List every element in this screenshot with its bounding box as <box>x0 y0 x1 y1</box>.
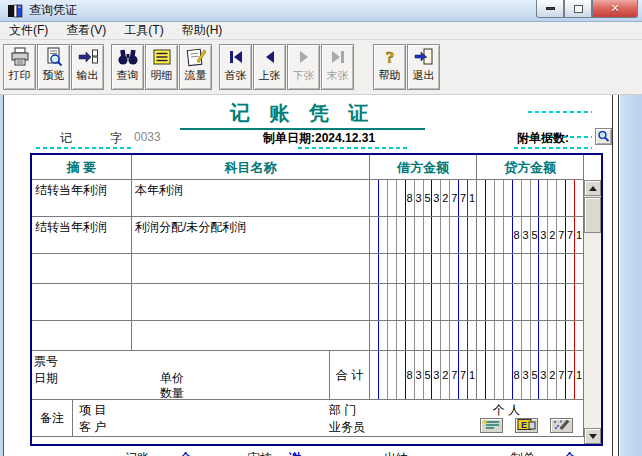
toolbar-button-帮助[interactable]: ?帮助 <box>373 44 406 90</box>
ledger-digit-cell <box>432 321 441 350</box>
ledger-digit-cell: 7 <box>557 351 566 399</box>
ledger-digit-cell <box>370 254 379 283</box>
ledger-digit-cell <box>575 180 583 216</box>
ledger-digit-cell <box>513 284 522 320</box>
close-icon: ✕ <box>610 2 619 15</box>
row-summary <box>32 254 132 284</box>
ledger-digit-cell <box>379 284 388 320</box>
amount-ledger-cell: 83532771 <box>477 351 584 400</box>
ledger-digit-cell <box>566 321 575 350</box>
ledger-digit-cell <box>477 254 486 283</box>
toolbar-button-label: 下张 <box>293 69 315 82</box>
amount-ledger-cell <box>370 284 477 321</box>
attach-count-label: 附单据数: <box>517 130 569 147</box>
scroll-down-button[interactable] <box>584 428 601 444</box>
ledger-digit-cell <box>486 217 495 253</box>
close-button[interactable]: ✕ <box>592 0 638 18</box>
ledger-digit-cell <box>468 217 476 253</box>
ledger-digit-cell <box>415 254 424 283</box>
ledger-digit-cell: 2 <box>441 180 450 216</box>
voucher-table: 摘 要科目名称借方金额贷方金额结转当年利润本年利润83532771结转当年利润利… <box>30 153 603 446</box>
menu-item-3[interactable]: 帮助(H) <box>173 21 232 40</box>
toolbar-button-打印[interactable]: 打印 <box>3 44 36 90</box>
ledger-digit-cell: 2 <box>548 217 557 253</box>
page-edge-right-inner <box>612 95 613 456</box>
ledger-digit-cell <box>495 217 504 253</box>
toolbar-button-上张[interactable]: 上张 <box>253 44 286 90</box>
amount-ledger-cell <box>477 321 584 351</box>
toolbar-button-流量[interactable]: 流量 <box>179 44 212 90</box>
ledger-digit-cell <box>566 254 575 283</box>
window-controls: ✕ <box>536 0 638 18</box>
ledger-digit-cell <box>531 321 540 350</box>
ledger-digit-cell: 3 <box>522 217 531 253</box>
email-button[interactable]: E <box>515 418 538 433</box>
svg-text:?: ? <box>385 48 394 67</box>
attach-count-dash-line <box>514 147 592 149</box>
ledger-digit-cell <box>486 321 495 350</box>
ledger-digit-cell <box>548 180 557 216</box>
table-row: 结转当年利润本年利润83532771 <box>32 180 601 217</box>
footer-detail-cell: 票号日期单价数量 <box>32 351 330 400</box>
menu-item-0[interactable]: 文件(F) <box>0 21 57 40</box>
toolbar-button-退出[interactable]: 退出 <box>407 44 440 90</box>
ledger-digit-cell <box>468 321 476 350</box>
toolbar-button-查询[interactable]: 查询 <box>111 44 144 90</box>
attachment-dash-line-1 <box>528 111 592 113</box>
toolbar-button-明细[interactable]: 明细 <box>145 44 178 90</box>
attachment-lookup-button[interactable] <box>595 128 612 145</box>
column-header-credit: 贷方金额 <box>477 155 584 180</box>
toolbar-button-label: 末张 <box>327 69 349 82</box>
ledger-digit-cell <box>486 284 495 320</box>
ledger-digit-cell <box>379 254 388 283</box>
wand-button[interactable] <box>550 418 573 433</box>
ledger-digit-cell <box>388 217 397 253</box>
ledger-digit-cell <box>388 254 397 283</box>
voucher-word-label-1: 记 <box>60 130 72 147</box>
ledger-book-icon <box>7 3 23 19</box>
svg-text:E: E <box>521 419 527 429</box>
signature-strip: 记账金审核谢出纳制单金 <box>30 450 603 456</box>
signature-name-0: 金 <box>180 450 192 456</box>
minimize-button[interactable] <box>536 0 564 18</box>
ledger-digit-cell <box>397 180 406 216</box>
ledger-digit-cell <box>504 351 513 399</box>
wand-icon <box>552 419 571 433</box>
ledger-digit-cell <box>495 284 504 320</box>
window-frame-right <box>620 95 642 456</box>
ledger-digit-cell: 8 <box>406 180 415 216</box>
remarks-body-cell: 项 目客 户部 门业务员个 人E <box>73 400 584 437</box>
amount-ledger-cell: 83532771 <box>370 351 477 400</box>
ledger-digit-cell <box>539 180 548 216</box>
signature-label-2: 出纳 <box>384 450 408 456</box>
notes-sparkle-button[interactable] <box>480 418 503 433</box>
app-window: 查询凭证 ✕ 文件(F)查看(V)工具(T)帮助(H) 打印预览输出查询明细流量… <box>0 0 642 456</box>
amount-ledger-cell <box>477 180 584 217</box>
amount-ledger-cell <box>370 217 477 254</box>
ledger-digit-cell <box>379 321 388 350</box>
voucher-word-label-2: 字 <box>110 130 122 147</box>
ledger-digit-cell <box>495 180 504 216</box>
signature-label-0: 记账 <box>125 450 149 456</box>
notes-sparkle-icon <box>482 419 501 433</box>
ledger-digit-cell <box>388 180 397 216</box>
ledger-digit-cell: 1 <box>575 217 583 253</box>
ledger-digit-cell: 7 <box>557 217 566 253</box>
toolbar-button-预览[interactable]: 预览 <box>37 44 70 90</box>
maximize-button[interactable] <box>564 0 592 18</box>
voucher-scrollbar[interactable] <box>584 180 601 444</box>
toolbar-button-输出[interactable]: 输出 <box>71 44 104 90</box>
toolbar-button-首张[interactable]: 首张 <box>219 44 252 90</box>
ledger-digit-cell: 3 <box>539 217 548 253</box>
ledger-digit-cell: 3 <box>415 180 424 216</box>
scrollbar-thumb[interactable] <box>584 197 601 233</box>
ledger-digit-cell: 1 <box>575 351 583 399</box>
scroll-up-button[interactable] <box>584 180 601 196</box>
ledger-digit-cell <box>459 254 468 283</box>
table-row <box>32 284 601 321</box>
menu-item-1[interactable]: 查看(V) <box>57 21 115 40</box>
first-record-icon <box>227 45 245 69</box>
menu-item-2[interactable]: 工具(T) <box>115 21 172 40</box>
ledger-digit-cell: 5 <box>424 180 433 216</box>
toolbar: 打印预览输出查询明细流量首张上张下张末张?帮助退出 <box>0 40 642 95</box>
